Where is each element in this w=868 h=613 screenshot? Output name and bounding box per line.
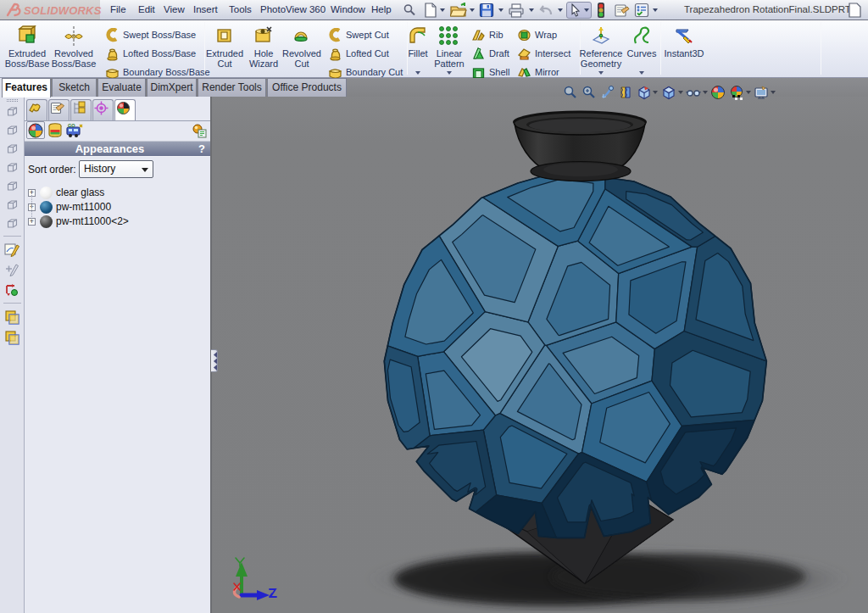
svg-text:GO: GO <box>68 123 75 128</box>
svg-text:SOLIDWORKS: SOLIDWORKS <box>24 4 102 17</box>
